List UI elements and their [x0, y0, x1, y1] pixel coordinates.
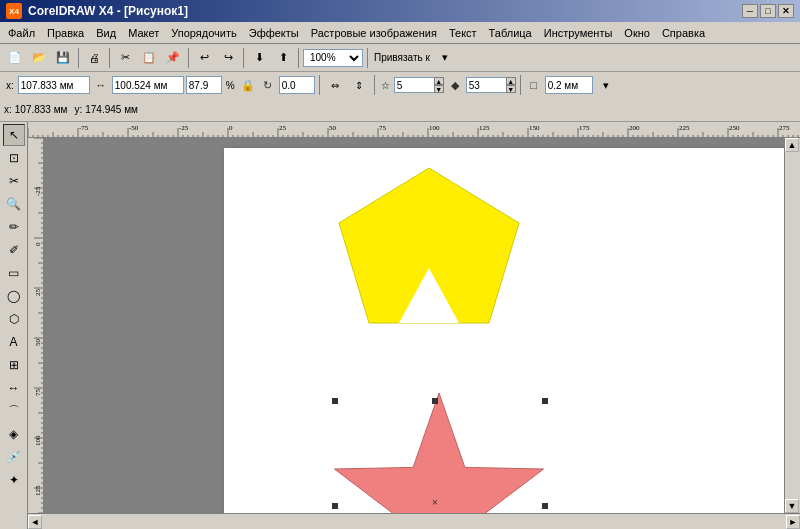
redo-button[interactable]: ↪: [217, 47, 239, 69]
canvas-container: × ▲ ▼: [28, 138, 800, 513]
outline-width-field[interactable]: 0.2 мм: [545, 76, 593, 94]
connector-tool[interactable]: ⌒: [3, 400, 25, 422]
scroll-track-v[interactable]: [785, 152, 800, 499]
main-area: ↖ ⊡ ✂ 🔍 ✏ ✐ ▭ ◯ ⬡ A ⊞ ↔ ⌒ ◈ 💉 ✦: [0, 122, 800, 529]
menu-text[interactable]: Текст: [443, 25, 483, 41]
export-button[interactable]: ⬆: [272, 47, 294, 69]
toolbar-sep4: [243, 48, 244, 68]
sel-handle-tl[interactable]: [332, 398, 338, 404]
angle-field[interactable]: 0.0: [279, 76, 315, 94]
dimension-tool[interactable]: ↔: [3, 377, 25, 399]
close-button[interactable]: ✕: [778, 4, 794, 18]
mirror-h-button[interactable]: ⇔: [324, 74, 346, 96]
points-input[interactable]: 5: [394, 77, 434, 93]
points-down[interactable]: ▼: [434, 85, 444, 93]
shapes-svg[interactable]: ×: [224, 148, 784, 513]
import-button[interactable]: ⬇: [248, 47, 270, 69]
paste-button[interactable]: 📌: [162, 47, 184, 69]
x-label: x:: [4, 80, 16, 91]
save-button[interactable]: 💾: [52, 47, 74, 69]
right-scrollbar[interactable]: ▲ ▼: [784, 138, 800, 513]
star-shape[interactable]: [334, 393, 543, 513]
y-coord-label: y:: [74, 104, 82, 115]
menu-file[interactable]: Файл: [2, 25, 41, 41]
menu-view[interactable]: Вид: [90, 25, 122, 41]
smart-draw-tool[interactable]: ✐: [3, 239, 25, 261]
points-up[interactable]: ▲: [434, 77, 444, 85]
rectangle-tool[interactable]: ▭: [3, 262, 25, 284]
sel-handle-tr[interactable]: [542, 398, 548, 404]
freehand-tool[interactable]: ✏: [3, 216, 25, 238]
menu-window[interactable]: Окно: [618, 25, 656, 41]
left-ruler: [28, 138, 44, 513]
scroll-right-button[interactable]: ►: [786, 515, 800, 529]
text-tool[interactable]: A: [3, 331, 25, 353]
menu-layout[interactable]: Макет: [122, 25, 165, 41]
scroll-left-button[interactable]: ◄: [28, 515, 42, 529]
x-coord-label: x:: [4, 104, 12, 115]
points-spin[interactable]: 5 ▲ ▼: [394, 77, 444, 93]
outline-dropdown[interactable]: ▾: [595, 74, 617, 96]
sel-handle-mr[interactable]: [542, 503, 548, 509]
menu-edit[interactable]: Правка: [41, 25, 90, 41]
canvas-scroll[interactable]: ×: [44, 138, 784, 513]
lock-aspect-icon[interactable]: 🔒: [239, 76, 257, 94]
x-field[interactable]: 107.833 мм: [18, 76, 90, 94]
left-toolbox: ↖ ⊡ ✂ 🔍 ✏ ✐ ▭ ◯ ⬡ A ⊞ ↔ ⌒ ◈ 💉 ✦: [0, 122, 28, 529]
open-button[interactable]: 📂: [28, 47, 50, 69]
menu-bar: Файл Правка Вид Макет Упорядочить Эффект…: [0, 22, 800, 44]
new-button[interactable]: 📄: [4, 47, 26, 69]
points-spinners[interactable]: ▲ ▼: [434, 77, 444, 93]
maximize-button[interactable]: □: [760, 4, 776, 18]
cut-button[interactable]: ✂: [114, 47, 136, 69]
interactive-tool[interactable]: ✦: [3, 469, 25, 491]
zoom-tool[interactable]: 🔍: [3, 193, 25, 215]
menu-help[interactable]: Справка: [656, 25, 711, 41]
menu-tools[interactable]: Инструменты: [538, 25, 619, 41]
sharpness-up[interactable]: ▲: [506, 77, 516, 85]
bottom-scrollbar[interactable]: ◄ ►: [28, 513, 800, 529]
select-tool[interactable]: ↖: [3, 124, 25, 146]
main-toolbar: 📄 📂 💾 🖨 ✂ 📋 📌 ↩ ↪ ⬇ ⬆ 100% 50% 200% Вся …: [0, 44, 800, 72]
title-bar: X4 CorelDRAW X4 - [Рисунок1] ─ □ ✕: [0, 0, 800, 22]
menu-bitmaps[interactable]: Растровые изображения: [305, 25, 443, 41]
sel-handle-tm[interactable]: [432, 398, 438, 404]
coord-bar: x: 107.833 мм y: 174.945 мм: [0, 98, 800, 122]
shape-tool[interactable]: ⊡: [3, 147, 25, 169]
toolbar-sep5: [298, 48, 299, 68]
page-canvas: ×: [224, 148, 784, 513]
snap-label: Привязать к: [372, 52, 432, 63]
polygon-tool[interactable]: ⬡: [3, 308, 25, 330]
mirror-v-button[interactable]: ⇕: [348, 74, 370, 96]
toolbar2-sep3: [520, 75, 521, 95]
zoom-select[interactable]: 100% 50% 200% Вся страница: [303, 49, 363, 67]
print-button[interactable]: 🖨: [83, 47, 105, 69]
sharpness-spin[interactable]: 53 ▲ ▼: [466, 77, 516, 93]
sharpness-input[interactable]: 53: [466, 77, 506, 93]
properties-toolbar: x: 107.833 мм ↔ 100.524 мм 87.9 % 🔒 ↻ 0.…: [0, 72, 800, 98]
scroll-down-button[interactable]: ▼: [785, 499, 799, 513]
menu-effects[interactable]: Эффекты: [243, 25, 305, 41]
table-tool[interactable]: ⊞: [3, 354, 25, 376]
undo-button[interactable]: ↩: [193, 47, 215, 69]
eyedropper-tool[interactable]: 💉: [3, 446, 25, 468]
menu-arrange[interactable]: Упорядочить: [165, 25, 242, 41]
width-field[interactable]: 100.524 мм: [112, 76, 184, 94]
copy-button[interactable]: 📋: [138, 47, 160, 69]
ellipse-tool[interactable]: ◯: [3, 285, 25, 307]
scale-x-field[interactable]: 87.9: [186, 76, 222, 94]
width-icon: ↔: [92, 76, 110, 94]
points-label: ☆: [379, 80, 392, 91]
sharpness-spinners[interactable]: ▲ ▼: [506, 77, 516, 93]
minimize-button[interactable]: ─: [742, 4, 758, 18]
sel-handle-ml[interactable]: [332, 503, 338, 509]
percent-label1: %: [224, 80, 237, 91]
toolbar-sep6: [367, 48, 368, 68]
snap-dropdown[interactable]: ▾: [434, 47, 456, 69]
menu-table[interactable]: Таблица: [483, 25, 538, 41]
scroll-up-button[interactable]: ▲: [785, 138, 799, 152]
sharpness-down[interactable]: ▼: [506, 85, 516, 93]
crop-tool[interactable]: ✂: [3, 170, 25, 192]
top-ruler: [28, 122, 800, 138]
fill-tool[interactable]: ◈: [3, 423, 25, 445]
